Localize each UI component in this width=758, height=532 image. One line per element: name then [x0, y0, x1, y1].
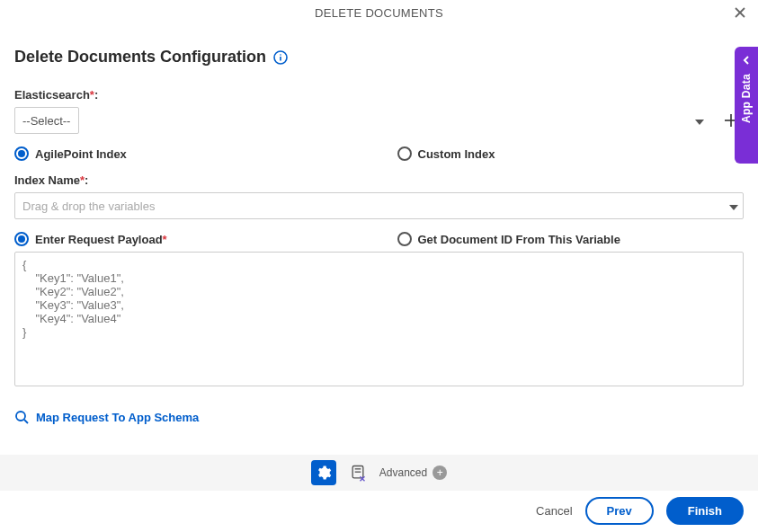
payload-source-radio-group: Enter Request Payload* Get Document ID F… — [14, 232, 744, 246]
info-icon[interactable] — [273, 50, 288, 65]
page-title-row: Delete Documents Configuration — [0, 25, 758, 75]
map-request-to-app-schema-link[interactable]: Map Request To App Schema — [14, 410, 199, 424]
radio-custom-index[interactable]: Custom Index — [397, 146, 745, 161]
document-remove-button[interactable] — [345, 460, 370, 485]
gear-icon — [316, 465, 332, 481]
radio-button-unselected-icon — [397, 146, 412, 161]
bottom-toolbar: Advanced + — [0, 455, 758, 491]
svg-line-8 — [24, 420, 28, 423]
request-payload-textarea[interactable] — [14, 252, 744, 386]
magnifier-icon — [14, 410, 29, 424]
index-name-label: Index Name*: — [14, 173, 744, 187]
radio-enter-request-payload[interactable]: Enter Request Payload* — [14, 232, 361, 246]
form-area: Elasticsearch*: --Select-- AgilePoint In… — [0, 88, 758, 428]
radio-get-document-id-from-variable[interactable]: Get Document ID From This Variable — [397, 232, 745, 246]
elasticsearch-label: Elasticsearch*: — [14, 88, 744, 102]
page-title: Delete Documents Configuration — [14, 48, 266, 66]
cancel-button[interactable]: Cancel — [536, 504, 572, 518]
advanced-toggle[interactable]: Advanced + — [379, 466, 447, 480]
elasticsearch-select[interactable]: --Select-- — [14, 107, 79, 134]
finish-button[interactable]: Finish — [666, 497, 744, 525]
footer-buttons: Cancel Prev Finish — [536, 497, 744, 525]
close-button[interactable] — [731, 4, 749, 22]
close-icon — [734, 6, 746, 19]
prev-button[interactable]: Prev — [585, 497, 654, 525]
svg-point-7 — [16, 412, 25, 421]
radio-button-selected-icon — [14, 146, 29, 161]
dialog-title: DELETE DOCUMENTS — [315, 6, 443, 20]
radio-button-unselected-icon — [397, 232, 412, 246]
app-data-side-tab[interactable]: App Data — [735, 47, 758, 164]
chevron-left-icon — [742, 56, 751, 65]
elasticsearch-select-wrapper: --Select-- — [14, 107, 709, 134]
index-name-input[interactable] — [14, 192, 744, 219]
dropdown-caret-icon — [695, 112, 704, 129]
plus-circle-icon: + — [433, 466, 447, 480]
settings-button[interactable] — [311, 460, 336, 485]
note-x-icon — [349, 464, 367, 482]
dialog-header: DELETE DOCUMENTS — [0, 0, 758, 25]
svg-point-3 — [280, 54, 281, 56]
index-type-radio-group: AgilePoint Index Custom Index — [14, 146, 744, 161]
radio-agilepoint-index[interactable]: AgilePoint Index — [14, 146, 361, 161]
radio-button-selected-icon — [14, 232, 29, 246]
